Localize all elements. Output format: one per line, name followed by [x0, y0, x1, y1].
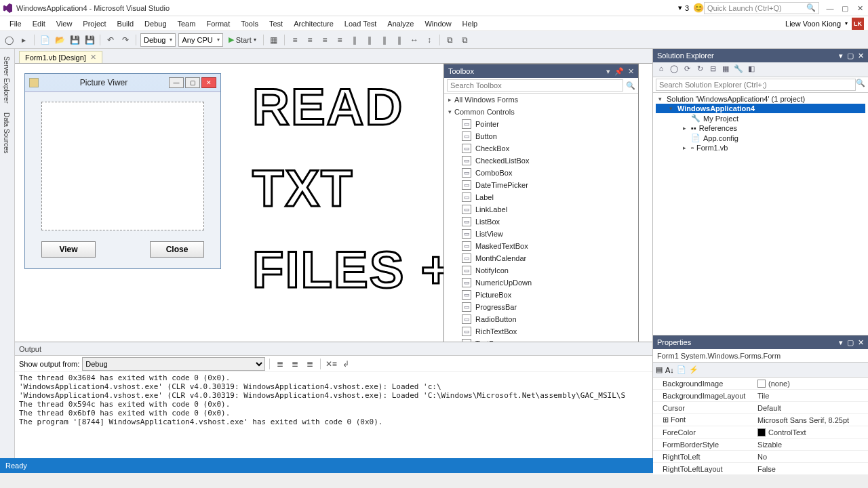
show-all-icon[interactable]: ▦	[720, 64, 731, 75]
menu-analyze[interactable]: Analyze	[382, 18, 419, 29]
toolbox-item[interactable]: ▭MaskedTextBox	[444, 240, 638, 252]
menu-help[interactable]: Help	[457, 18, 484, 29]
user-name[interactable]: Liew Voon Kiong	[785, 20, 841, 28]
user-avatar[interactable]: LK	[852, 18, 864, 30]
align-icon[interactable]: ≡	[304, 34, 316, 46]
toolbox-item[interactable]: ▭CheckBox	[444, 142, 638, 155]
nav-back-icon[interactable]: ◯	[3, 34, 15, 46]
wrap-icon[interactable]: ↲	[340, 358, 352, 370]
alpha-icon[interactable]: A↓	[665, 366, 674, 374]
toolbox-category[interactable]: All Windows Forms	[444, 94, 638, 106]
property-row[interactable]: RightToLeftLayoutFalse	[653, 463, 868, 475]
menu-team[interactable]: Team	[172, 18, 201, 29]
solution-search-input[interactable]	[656, 79, 856, 91]
property-row[interactable]: FormBorderStyleSizable	[653, 439, 868, 451]
align-icon[interactable]: ≡	[319, 34, 331, 46]
align-icon[interactable]: ‖	[363, 34, 376, 46]
menu-debug[interactable]: Debug	[139, 18, 172, 29]
open-icon[interactable]: 📂	[54, 34, 66, 46]
save-icon[interactable]: 💾	[68, 34, 81, 46]
save-all-icon[interactable]: 💾	[83, 34, 96, 46]
dropdown-icon[interactable]: ▾	[839, 52, 843, 60]
output-text[interactable]: The thread 0x3604 has exited with code 0…	[15, 372, 652, 458]
form-close-icon[interactable]: ✕	[201, 77, 216, 88]
toolbox-item[interactable]: ▭Label	[444, 191, 638, 203]
toolbox-item[interactable]: ▭ListBox	[444, 216, 638, 228]
form-maximize-icon[interactable]: ▢	[185, 77, 200, 88]
spacing-icon[interactable]: ↔	[408, 34, 420, 46]
output-icon[interactable]: ≣	[289, 358, 301, 370]
toolbox-item[interactable]: ▭TextBox	[444, 338, 638, 342]
toolbox-item[interactable]: ▭NotifyIcon	[444, 264, 638, 277]
properties-icon[interactable]: 🔧	[733, 64, 744, 75]
output-icon[interactable]: ≣	[274, 358, 286, 370]
close-form-button[interactable]: Close	[150, 241, 204, 258]
menu-window[interactable]: Window	[419, 18, 456, 29]
align-icon[interactable]: ≡	[289, 34, 301, 46]
undo-icon[interactable]: ↶	[104, 34, 117, 46]
property-row[interactable]: RightToLeftNo	[653, 451, 868, 463]
layout-icon[interactable]: ▦	[268, 34, 280, 46]
form-minimize-icon[interactable]: —	[169, 77, 184, 88]
output-header[interactable]: Output	[15, 342, 652, 356]
property-row[interactable]: CursorDefault	[653, 402, 868, 414]
close-icon[interactable]: ✕	[858, 52, 864, 60]
toolbox-item[interactable]: ▭Button	[444, 130, 638, 142]
menu-tools[interactable]: Tools	[235, 18, 264, 29]
quick-launch-input[interactable]: Quick Launch (Ctrl+Q) 🔍	[704, 2, 819, 14]
clear-icon[interactable]: ✕≡	[325, 358, 337, 370]
dropdown-icon[interactable]: ▾	[606, 67, 610, 76]
order-icon[interactable]: ⧉	[444, 34, 456, 46]
align-icon[interactable]: ‖	[378, 34, 391, 46]
menu-format[interactable]: Format	[201, 18, 235, 29]
start-button[interactable]: ▶Start▾	[226, 35, 259, 44]
maximize-button[interactable]: ▢	[840, 3, 850, 14]
close-icon[interactable]: ✕	[628, 67, 634, 76]
close-icon[interactable]: ✕	[858, 338, 864, 347]
tab-close-icon[interactable]: ✕	[90, 53, 96, 62]
properties-object[interactable]: Form1 System.Windows.Forms.Form	[653, 349, 868, 363]
toolbox-item[interactable]: ▭RadioButton	[444, 313, 638, 325]
toolbox-category[interactable]: Common Controls	[444, 106, 638, 118]
menu-file[interactable]: File	[4, 18, 27, 29]
toolbox-item[interactable]: ▭ProgressBar	[444, 301, 638, 313]
menu-view[interactable]: View	[51, 18, 78, 29]
toolbox-item[interactable]: ▭DateTimePicker	[444, 179, 638, 191]
data-sources-tab[interactable]: Data Sources	[0, 108, 14, 159]
view-button[interactable]: View	[41, 241, 96, 258]
properties-grid[interactable]: BackgroundImage(none)BackgroundImageLayo…	[653, 378, 868, 475]
server-explorer-tab[interactable]: Server Explorer	[0, 52, 14, 108]
toolbox-item[interactable]: ▭NumericUpDown	[444, 277, 638, 289]
minimize-button[interactable]: —	[825, 3, 835, 14]
menu-loadtest[interactable]: Load Test	[339, 18, 382, 29]
home-icon[interactable]: ⌂	[656, 64, 667, 75]
toolbox-item[interactable]: ▭MonthCalendar	[444, 252, 638, 264]
toolbox-item[interactable]: ▭PictureBox	[444, 289, 638, 301]
align-icon[interactable]: ≡	[334, 34, 346, 46]
new-project-icon[interactable]: 📄	[39, 34, 51, 46]
designer-surface[interactable]: Picture Viwer — ▢ ✕ View Close READ TX	[15, 64, 652, 342]
toolbox-item[interactable]: ▭ComboBox	[444, 167, 638, 179]
dropdown-icon[interactable]: ▾	[839, 338, 843, 347]
align-icon[interactable]: ‖	[349, 34, 361, 46]
spacing-icon[interactable]: ↕	[423, 34, 435, 46]
toolbox-item[interactable]: ▭Pointer	[444, 118, 638, 130]
toolbox-item[interactable]: ▭ListView	[444, 228, 638, 240]
sync-icon[interactable]: ⟳	[682, 64, 692, 75]
close-button[interactable]: ✕	[854, 3, 865, 14]
menu-project[interactable]: Project	[77, 18, 111, 29]
notification-flag[interactable]: ▾3	[678, 3, 689, 12]
properties-header[interactable]: Properties ▾▢✕	[653, 336, 868, 349]
menu-architecture[interactable]: Architecture	[288, 18, 339, 29]
preview-icon[interactable]: ◧	[746, 64, 757, 75]
align-icon[interactable]: ‖	[393, 34, 406, 46]
platform-select[interactable]: Any CPU	[178, 33, 222, 47]
menu-edit[interactable]: Edit	[27, 18, 51, 29]
pin-icon[interactable]: ▢	[847, 338, 854, 347]
nav-fwd-icon[interactable]: ▸	[18, 34, 30, 46]
back-icon[interactable]: ◯	[669, 64, 679, 75]
property-row[interactable]: ⊞ FontMicrosoft Sans Serif, 8.25pt	[653, 414, 868, 426]
output-source-select[interactable]: Debug	[82, 357, 265, 371]
property-row[interactable]: BackgroundImageLayoutTile	[653, 390, 868, 402]
toolbox-search-input[interactable]	[447, 79, 623, 92]
